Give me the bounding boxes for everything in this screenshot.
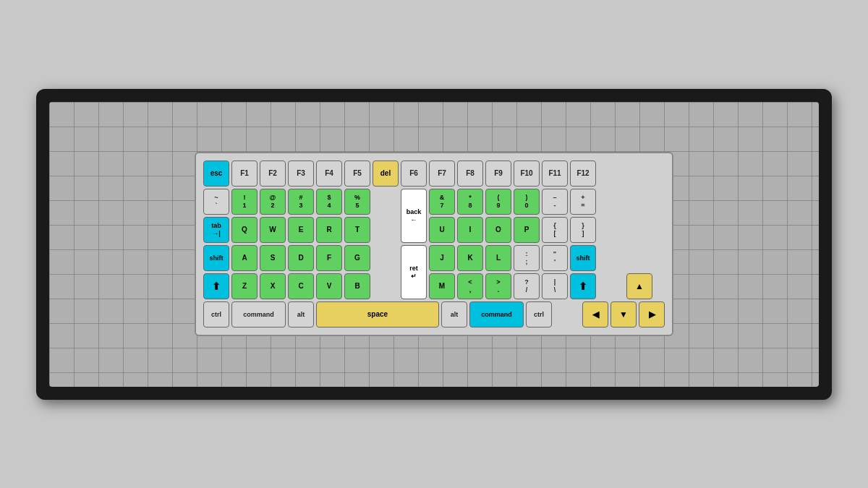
number-row: ~` !1 @2 #3 $4 %5 back← ^6 &7 *8 (9 )0 –… <box>203 189 665 215</box>
key-shift-r[interactable]: shift <box>570 245 596 271</box>
key-o[interactable]: O <box>485 217 511 243</box>
key-esc[interactable]: esc <box>203 160 229 187</box>
key-lbracket[interactable]: {[ <box>542 217 568 243</box>
key-m[interactable]: M <box>429 273 455 299</box>
key-e[interactable]: E <box>288 217 314 243</box>
outer-frame: esc F1 F2 F3 F4 F5 del F6 F7 F8 F9 F10 F… <box>36 89 832 400</box>
key-tilde[interactable]: ~` <box>203 189 229 215</box>
key-backslash[interactable]: |\ <box>542 273 568 299</box>
key-f12[interactable]: F12 <box>570 160 596 187</box>
key-s[interactable]: S <box>260 245 286 271</box>
key-spacer-z <box>373 273 399 299</box>
key-comma[interactable]: <, <box>457 273 483 299</box>
key-4[interactable]: $4 <box>316 189 342 215</box>
key-f9[interactable]: F9 <box>485 160 511 187</box>
key-z[interactable]: Z <box>231 273 258 299</box>
key-tab[interactable]: tab→| <box>203 217 229 243</box>
key-arrow-right[interactable]: ▶ <box>639 301 665 328</box>
key-gap1 <box>598 273 624 299</box>
key-f4[interactable]: F4 <box>316 160 342 187</box>
key-arrow-down[interactable]: ▼ <box>610 301 637 328</box>
key-a[interactable]: A <box>231 245 258 271</box>
key-command-r[interactable]: command <box>469 301 524 328</box>
key-shift-indicator[interactable]: shift <box>203 245 229 271</box>
key-return[interactable]: ret↵ <box>401 245 427 299</box>
key-t[interactable]: T <box>344 217 370 243</box>
key-u[interactable]: U <box>429 217 455 243</box>
key-backspace[interactable]: back← <box>401 189 427 243</box>
key-shift-r2[interactable]: ⬆ <box>570 273 596 299</box>
key-period[interactable]: >. <box>485 273 511 299</box>
key-c[interactable]: C <box>288 273 314 299</box>
key-f1[interactable]: F1 <box>231 160 258 187</box>
key-command-l[interactable]: command <box>231 301 286 328</box>
key-ctrl-r[interactable]: ctrl <box>526 301 552 328</box>
key-f8[interactable]: F8 <box>457 160 483 187</box>
asdf-row: shift A S D F G ret↵ H J K L :; "' shift <box>203 245 665 271</box>
key-plus[interactable]: += <box>570 189 596 215</box>
fn-row: esc F1 F2 F3 F4 F5 del F6 F7 F8 F9 F10 F… <box>203 160 665 187</box>
key-d[interactable]: D <box>288 245 314 271</box>
key-b[interactable]: B <box>344 273 370 299</box>
key-gap2 <box>554 301 580 328</box>
key-j[interactable]: J <box>429 245 455 271</box>
key-f5[interactable]: F5 <box>344 160 370 187</box>
keyboard: esc F1 F2 F3 F4 F5 del F6 F7 F8 F9 F10 F… <box>195 152 673 336</box>
key-x[interactable]: X <box>260 273 286 299</box>
key-alt-l[interactable]: alt <box>288 301 314 328</box>
key-f7[interactable]: F7 <box>429 160 455 187</box>
key-alt-r[interactable]: alt <box>441 301 467 328</box>
key-f6[interactable]: F6 <box>401 160 427 187</box>
key-2[interactable]: @2 <box>260 189 286 215</box>
key-f[interactable]: F <box>316 245 342 271</box>
key-f3[interactable]: F3 <box>288 160 314 187</box>
key-arrow-up[interactable]: ▲ <box>626 273 652 299</box>
key-del[interactable]: del <box>373 160 399 187</box>
key-9[interactable]: (9 <box>485 189 511 215</box>
key-5[interactable]: %5 <box>344 189 370 215</box>
key-arrow-left[interactable]: ◀ <box>582 301 608 328</box>
qwerty-row: tab→| Q W E R T Y U I O P {[ }] <box>203 217 665 243</box>
key-space[interactable]: space <box>316 301 439 328</box>
key-i[interactable]: I <box>457 217 483 243</box>
bottom-row: ctrl command alt space alt command ctrl … <box>203 301 665 328</box>
key-slash[interactable]: ?/ <box>514 273 540 299</box>
key-f11[interactable]: F11 <box>542 160 568 187</box>
key-v[interactable]: V <box>316 273 342 299</box>
key-minus[interactable]: –- <box>542 189 568 215</box>
key-k[interactable]: K <box>457 245 483 271</box>
key-r[interactable]: R <box>316 217 342 243</box>
key-q[interactable]: Q <box>231 217 258 243</box>
key-l[interactable]: L <box>485 245 511 271</box>
key-8[interactable]: *8 <box>457 189 483 215</box>
key-shift-l[interactable]: ⬆ <box>203 273 229 299</box>
inner-panel: esc F1 F2 F3 F4 F5 del F6 F7 F8 F9 F10 F… <box>49 102 819 387</box>
key-f10[interactable]: F10 <box>514 160 540 187</box>
key-w[interactable]: W <box>260 217 286 243</box>
key-semicolon[interactable]: :; <box>514 245 540 271</box>
key-p[interactable]: P <box>514 217 540 243</box>
key-quote[interactable]: "' <box>542 245 568 271</box>
key-ctrl-l[interactable]: ctrl <box>203 301 229 328</box>
key-spacer-q <box>373 217 399 243</box>
key-g[interactable]: G <box>344 245 370 271</box>
key-0[interactable]: )0 <box>514 189 540 215</box>
zxcv-row: ⬆ Z X C V B N M <, >. ?/ |\ ⬆ ▲ <box>203 273 665 299</box>
key-rbracket[interactable]: }] <box>570 217 596 243</box>
key-7[interactable]: &7 <box>429 189 455 215</box>
key-1[interactable]: !1 <box>231 189 258 215</box>
key-3[interactable]: #3 <box>288 189 314 215</box>
key-f2[interactable]: F2 <box>260 160 286 187</box>
